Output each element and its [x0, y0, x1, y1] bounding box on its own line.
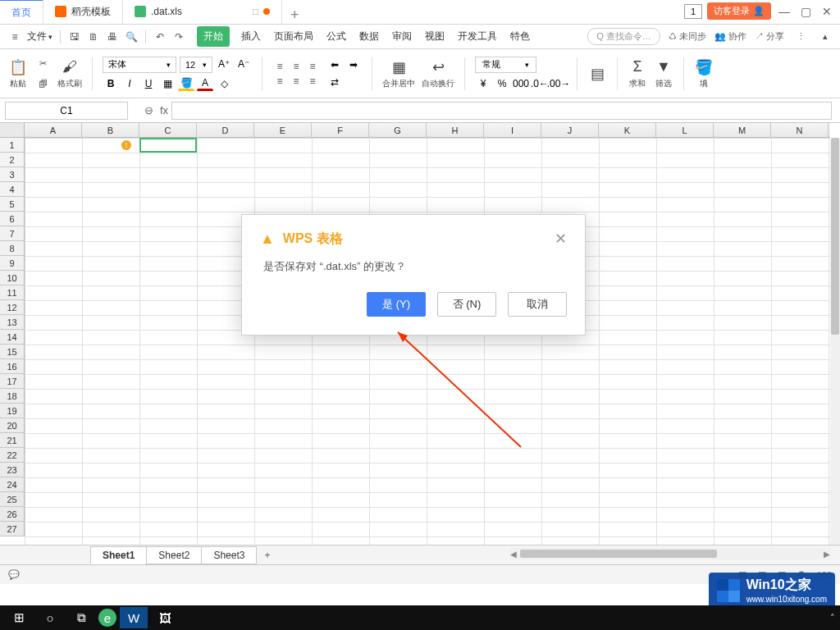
number-format[interactable]: 常规▾ [475, 57, 536, 73]
col-header[interactable]: M [714, 123, 771, 137]
row-header[interactable]: 14 [0, 330, 24, 345]
login-button[interactable]: 访客登录👤 [707, 2, 771, 20]
merge-button[interactable]: ▦合并居中 [382, 58, 415, 89]
window-count-badge[interactable]: 1 [684, 4, 702, 19]
horizontal-scrollbar[interactable]: ◀ ▶ [510, 548, 830, 559]
maximize-button[interactable]: ▢ [797, 4, 814, 19]
row-header[interactable]: 19 [0, 404, 24, 418]
col-header[interactable]: E [254, 123, 312, 137]
clear-format-button[interactable]: ◇ [216, 76, 232, 91]
col-header[interactable]: J [541, 123, 599, 137]
align-br[interactable]: ≡ [305, 75, 320, 88]
row-header[interactable]: 5 [0, 197, 24, 212]
active-cell[interactable] [139, 138, 197, 153]
italic-button[interactable]: I [121, 76, 138, 91]
hscroll-thumb[interactable] [520, 550, 717, 558]
wps-taskbar-icon[interactable]: W [120, 607, 148, 628]
row-header[interactable]: 22 [0, 448, 24, 463]
merge-arrow-icon[interactable]: ⇄ [326, 75, 343, 89]
new-icon[interactable]: 🗎 [85, 29, 102, 45]
row-header[interactable]: 17 [0, 374, 24, 389]
percent-button[interactable]: % [494, 76, 510, 91]
align-bc[interactable]: ≡ [289, 75, 304, 88]
tab-data[interactable]: 数据 [358, 26, 381, 47]
sum-button[interactable]: Σ求和 [628, 58, 647, 89]
row-header[interactable]: 13 [0, 315, 24, 330]
sheet-tab-3[interactable]: Sheet3 [201, 546, 257, 564]
paste-group[interactable]: 📋粘贴 [8, 58, 28, 89]
row-header[interactable]: 21 [0, 433, 24, 448]
align-tl[interactable]: ≡ [272, 60, 287, 73]
col-header[interactable]: F [312, 123, 369, 137]
collab-button[interactable]: 👥 协作 [714, 30, 746, 43]
filter-button[interactable]: ▼筛选 [654, 58, 673, 89]
col-header[interactable]: A [25, 123, 82, 137]
save-icon[interactable]: 🖫 [66, 29, 83, 45]
indent-icon[interactable]: ➡ [345, 57, 362, 72]
command-search[interactable]: Q 查找命令… [587, 28, 660, 45]
menu-icon[interactable]: ≡ [7, 29, 23, 45]
align-tr[interactable]: ≡ [305, 60, 320, 73]
row-header[interactable]: 27 [0, 522, 24, 536]
currency-button[interactable]: ¥ [475, 76, 491, 91]
col-header[interactable]: D [197, 123, 254, 137]
row-header[interactable]: 3 [0, 167, 24, 182]
tab-special[interactable]: 特色 [509, 26, 532, 47]
wrap-button[interactable]: ↩自动换行 [422, 58, 454, 89]
minimize-button[interactable]: — [776, 4, 792, 19]
tab-home[interactable]: 首页 [0, 0, 43, 24]
zoom-icon[interactable]: ⊖ [144, 104, 153, 116]
col-header[interactable]: N [771, 123, 829, 137]
cancel-button[interactable]: 取消 [508, 292, 567, 317]
tab-start[interactable]: 开始 [197, 26, 230, 47]
sheet-tab-2[interactable]: Sheet2 [146, 546, 202, 564]
col-header[interactable]: L [656, 123, 714, 137]
size-select[interactable]: 12▾ [180, 57, 212, 73]
add-sheet-button[interactable]: + [256, 547, 278, 564]
sync-status[interactable]: ♺ 未同步 [669, 30, 706, 43]
close-button[interactable]: ✕ [819, 4, 835, 19]
dialog-close-button[interactable]: ✕ [555, 230, 567, 248]
taskview-icon[interactable]: ⧉ [67, 607, 95, 628]
edge-icon[interactable]: e [98, 609, 116, 627]
align-tc[interactable]: ≡ [289, 60, 304, 73]
row-header[interactable]: 25 [0, 492, 24, 507]
row-header[interactable]: 26 [0, 507, 24, 522]
tab-view[interactable]: 视图 [423, 26, 446, 47]
share-button[interactable]: ↗ 分享 [755, 30, 784, 43]
outdent-icon[interactable]: ⬅ [326, 57, 343, 72]
row-header[interactable]: 6 [0, 212, 24, 226]
collapse-ribbon-icon[interactable]: ▴ [817, 29, 833, 45]
input-mode-icon[interactable]: 💬 [8, 569, 20, 580]
tab-dev[interactable]: 开发工具 [456, 26, 499, 47]
copy-icon[interactable]: 🗐 [34, 75, 51, 92]
scroll-right-icon[interactable]: ▶ [824, 550, 830, 559]
yes-button[interactable]: 是 (Y) [367, 292, 426, 317]
row-header[interactable]: 23 [0, 463, 24, 477]
row-header[interactable]: 7 [0, 226, 24, 241]
fx-label[interactable]: fx [160, 104, 168, 116]
format-brush[interactable]: 🖌格式刷 [57, 58, 82, 89]
font-color-button[interactable]: A [197, 76, 213, 91]
row-header[interactable]: 8 [0, 241, 24, 256]
redo-icon[interactable]: ↷ [171, 29, 187, 45]
row-header[interactable]: 18 [0, 389, 24, 404]
col-header[interactable]: H [427, 123, 484, 137]
tray-chevron-icon[interactable]: ˄ [830, 613, 835, 623]
shrink-font-icon[interactable]: A⁻ [235, 57, 252, 71]
undo-icon[interactable]: ↶ [152, 29, 168, 45]
cond-format[interactable]: ▤ [587, 65, 607, 83]
row-header[interactable]: 9 [0, 256, 24, 271]
tab-formula[interactable]: 公式 [325, 26, 348, 47]
underline-button[interactable]: U [140, 76, 157, 91]
name-box[interactable]: C1 [5, 102, 128, 120]
tab-insert[interactable]: 插入 [240, 26, 262, 47]
cortana-icon[interactable]: ○ [36, 607, 64, 628]
cut-icon[interactable]: ✂ [34, 56, 51, 72]
grow-font-icon[interactable]: A⁺ [216, 57, 232, 71]
formula-input[interactable] [171, 102, 832, 120]
row-header[interactable]: 10 [0, 271, 24, 285]
vertical-scrollbar[interactable] [830, 138, 840, 545]
col-header[interactable]: K [599, 123, 656, 137]
row-header[interactable]: 1 [0, 138, 24, 153]
